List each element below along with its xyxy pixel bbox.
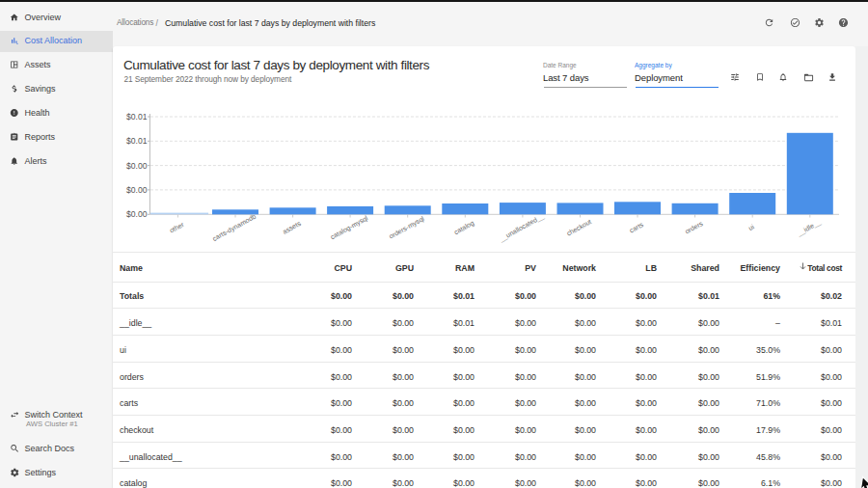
svg-text:carts: carts [628,221,644,234]
svg-text:$0.01: $0.01 [126,136,148,146]
svg-text:$0.01: $0.01 [126,112,148,122]
svg-text:carts-dynamodb: carts-dynamodb [211,213,258,243]
svg-text:assets: assets [282,220,303,235]
svg-text:orders: orders [684,220,704,235]
svg-text:__idle__: __idle__ [795,218,822,237]
svg-text:$0.00: $0.00 [126,185,148,195]
svg-text:catalog: catalog [453,219,476,236]
svg-text:$0.00: $0.00 [126,209,148,219]
svg-text:__unallocated__: __unallocated__ [498,212,546,243]
svg-text:orders-mysql: orders-mysql [388,215,426,241]
svg-text:checkout: checkout [565,218,592,237]
svg-text:$0.00: $0.00 [126,161,148,171]
svg-text:ui: ui [747,223,756,231]
svg-text:other: other [169,221,186,234]
svg-text:catalog-mysql: catalog-mysql [329,214,369,241]
